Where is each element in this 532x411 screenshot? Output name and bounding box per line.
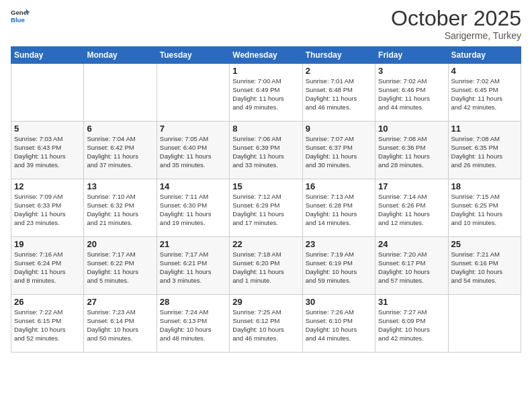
calendar-cell: 19Sunrise: 7:16 AM Sunset: 6:24 PM Dayli… [11,237,84,295]
calendar-cell: 10Sunrise: 7:08 AM Sunset: 6:36 PM Dayli… [375,122,448,179]
calendar-week-row: 26Sunrise: 7:22 AM Sunset: 6:15 PM Dayli… [11,295,521,353]
day-number: 5 [14,124,81,134]
day-info: Sunrise: 7:23 AM Sunset: 6:14 PM Dayligh… [87,308,153,342]
calendar-cell: 31Sunrise: 7:27 AM Sunset: 6:09 PM Dayli… [375,295,448,353]
calendar-cell: 12Sunrise: 7:09 AM Sunset: 6:33 PM Dayli… [11,179,84,237]
day-of-week-sunday: Sunday [11,47,84,64]
calendar-cell: 28Sunrise: 7:24 AM Sunset: 6:13 PM Dayli… [157,295,229,353]
day-number: 25 [451,239,518,249]
calendar-week-row: 1Sunrise: 7:00 AM Sunset: 6:49 PM Daylig… [11,64,521,122]
day-info: Sunrise: 7:09 AM Sunset: 6:33 PM Dayligh… [14,193,81,227]
day-number: 9 [306,124,372,134]
day-number: 10 [378,124,445,134]
day-number: 7 [160,124,226,134]
calendar-cell: 26Sunrise: 7:22 AM Sunset: 6:15 PM Dayli… [11,295,84,353]
day-info: Sunrise: 7:15 AM Sunset: 6:25 PM Dayligh… [451,193,518,227]
day-info: Sunrise: 7:14 AM Sunset: 6:26 PM Dayligh… [378,193,445,227]
day-number: 30 [306,297,372,307]
day-of-week-tuesday: Tuesday [157,47,229,64]
day-info: Sunrise: 7:17 AM Sunset: 6:22 PM Dayligh… [87,250,153,285]
day-number: 2 [306,66,372,76]
calendar-cell: 15Sunrise: 7:12 AM Sunset: 6:29 PM Dayli… [230,179,302,237]
day-info: Sunrise: 7:20 AM Sunset: 6:17 PM Dayligh… [378,250,445,285]
calendar-cell: 25Sunrise: 7:21 AM Sunset: 6:16 PM Dayli… [448,237,521,295]
day-number: 6 [87,124,153,134]
calendar-cell: 20Sunrise: 7:17 AM Sunset: 6:22 PM Dayli… [84,237,157,295]
calendar-cell: 24Sunrise: 7:20 AM Sunset: 6:17 PM Dayli… [375,237,448,295]
page: General Blue October 2025 Sarigerme, Tur… [0,0,532,411]
day-info: Sunrise: 7:25 AM Sunset: 6:12 PM Dayligh… [232,308,299,342]
day-number: 27 [87,297,153,307]
calendar-cell: 21Sunrise: 7:17 AM Sunset: 6:21 PM Dayli… [157,237,229,295]
day-number: 1 [232,66,299,76]
day-of-week-thursday: Thursday [302,47,375,64]
calendar-cell: 23Sunrise: 7:19 AM Sunset: 6:19 PM Dayli… [302,237,375,295]
day-info: Sunrise: 7:19 AM Sunset: 6:19 PM Dayligh… [306,250,372,285]
calendar-cell: 18Sunrise: 7:15 AM Sunset: 6:25 PM Dayli… [448,179,521,237]
day-info: Sunrise: 7:04 AM Sunset: 6:42 PM Dayligh… [87,135,153,169]
day-info: Sunrise: 7:24 AM Sunset: 6:13 PM Dayligh… [160,308,226,342]
day-number: 21 [160,239,226,249]
day-number: 22 [232,239,299,249]
calendar-cell [448,295,521,353]
calendar-cell: 4Sunrise: 7:02 AM Sunset: 6:45 PM Daylig… [448,64,521,122]
calendar-cell: 22Sunrise: 7:18 AM Sunset: 6:20 PM Dayli… [230,237,302,295]
day-number: 16 [306,181,372,191]
day-number: 19 [14,239,81,249]
day-number: 3 [378,66,445,76]
calendar-week-row: 12Sunrise: 7:09 AM Sunset: 6:33 PM Dayli… [11,179,521,237]
day-of-week-wednesday: Wednesday [230,47,302,64]
day-number: 28 [160,297,226,307]
day-of-week-monday: Monday [84,47,157,64]
calendar-cell [11,64,84,122]
day-number: 24 [378,239,445,249]
day-info: Sunrise: 7:06 AM Sunset: 6:39 PM Dayligh… [232,135,299,169]
calendar-cell: 27Sunrise: 7:23 AM Sunset: 6:14 PM Dayli… [84,295,157,353]
day-number: 14 [160,181,226,191]
day-info: Sunrise: 7:22 AM Sunset: 6:15 PM Dayligh… [14,308,81,342]
calendar-cell: 5Sunrise: 7:03 AM Sunset: 6:43 PM Daylig… [11,122,84,179]
day-info: Sunrise: 7:05 AM Sunset: 6:40 PM Dayligh… [160,135,226,169]
day-info: Sunrise: 7:02 AM Sunset: 6:45 PM Dayligh… [451,77,518,111]
calendar-cell [84,64,157,122]
day-info: Sunrise: 7:12 AM Sunset: 6:29 PM Dayligh… [232,193,299,227]
logo: General Blue [11,7,30,26]
day-info: Sunrise: 7:01 AM Sunset: 6:48 PM Dayligh… [306,77,372,111]
calendar-cell: 30Sunrise: 7:26 AM Sunset: 6:10 PM Dayli… [302,295,375,353]
day-info: Sunrise: 7:02 AM Sunset: 6:46 PM Dayligh… [378,77,445,111]
day-number: 4 [451,66,518,76]
calendar-week-row: 19Sunrise: 7:16 AM Sunset: 6:24 PM Dayli… [11,237,521,295]
day-info: Sunrise: 7:16 AM Sunset: 6:24 PM Dayligh… [14,250,81,285]
day-number: 17 [378,181,445,191]
calendar-cell: 14Sunrise: 7:11 AM Sunset: 6:30 PM Dayli… [157,179,229,237]
title-block: October 2025 Sarigerme, Turkey [391,7,521,41]
day-of-week-friday: Friday [375,47,448,64]
calendar-cell [157,64,229,122]
calendar-cell: 11Sunrise: 7:08 AM Sunset: 6:35 PM Dayli… [448,122,521,179]
month-title: October 2025 [391,7,521,30]
day-info: Sunrise: 7:21 AM Sunset: 6:16 PM Dayligh… [451,250,518,285]
logo-icon: General Blue [11,7,30,26]
calendar-cell: 7Sunrise: 7:05 AM Sunset: 6:40 PM Daylig… [157,122,229,179]
calendar-header-row: SundayMondayTuesdayWednesdayThursdayFrid… [11,47,521,64]
calendar: SundayMondayTuesdayWednesdayThursdayFrid… [11,46,521,353]
calendar-cell: 16Sunrise: 7:13 AM Sunset: 6:28 PM Dayli… [302,179,375,237]
day-number: 12 [14,181,81,191]
day-info: Sunrise: 7:18 AM Sunset: 6:20 PM Dayligh… [232,250,299,285]
day-info: Sunrise: 7:27 AM Sunset: 6:09 PM Dayligh… [378,308,445,342]
day-info: Sunrise: 7:07 AM Sunset: 6:37 PM Dayligh… [306,135,372,169]
day-info: Sunrise: 7:26 AM Sunset: 6:10 PM Dayligh… [306,308,372,342]
calendar-cell: 17Sunrise: 7:14 AM Sunset: 6:26 PM Dayli… [375,179,448,237]
calendar-cell: 2Sunrise: 7:01 AM Sunset: 6:48 PM Daylig… [302,64,375,122]
day-number: 18 [451,181,518,191]
calendar-cell: 8Sunrise: 7:06 AM Sunset: 6:39 PM Daylig… [230,122,302,179]
day-of-week-saturday: Saturday [448,47,521,64]
day-info: Sunrise: 7:17 AM Sunset: 6:21 PM Dayligh… [160,250,226,285]
calendar-cell: 6Sunrise: 7:04 AM Sunset: 6:42 PM Daylig… [84,122,157,179]
day-info: Sunrise: 7:08 AM Sunset: 6:36 PM Dayligh… [378,135,445,169]
day-number: 26 [14,297,81,307]
day-number: 15 [232,181,299,191]
calendar-cell: 13Sunrise: 7:10 AM Sunset: 6:32 PM Dayli… [84,179,157,237]
location: Sarigerme, Turkey [391,30,521,41]
calendar-week-row: 5Sunrise: 7:03 AM Sunset: 6:43 PM Daylig… [11,122,521,179]
